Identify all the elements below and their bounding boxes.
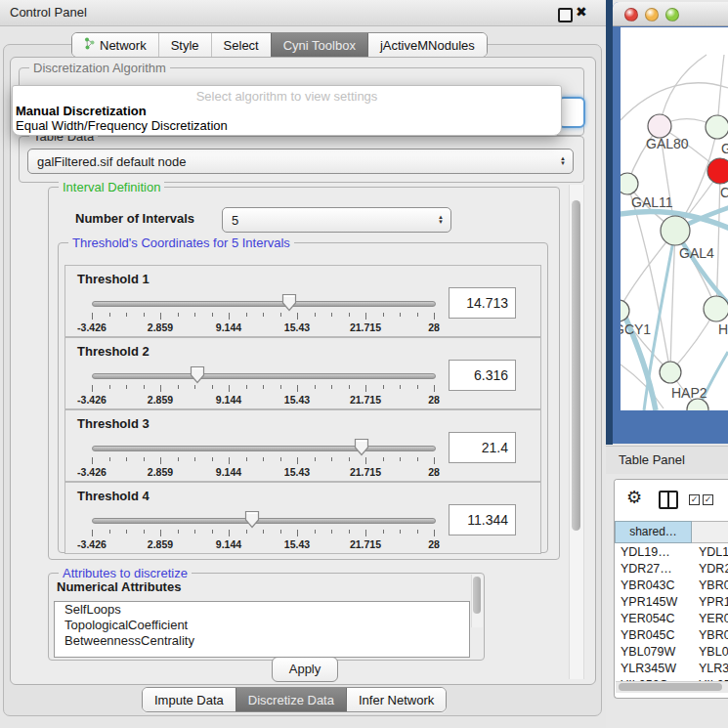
cell-name[interactable]: YPR145W	[692, 594, 728, 611]
cell-name[interactable]: YBR045C	[692, 627, 728, 644]
cell-name[interactable]: YDL19	[692, 544, 728, 561]
tab-select[interactable]: Select	[211, 33, 271, 57]
cell-name[interactable]: YBR043C	[692, 578, 728, 594]
tab-impute-data[interactable]: Impute Data	[143, 688, 236, 711]
zoom-traffic-light[interactable]	[665, 8, 679, 21]
close-icon[interactable]: ✖	[576, 4, 587, 20]
network-edge	[660, 55, 707, 126]
algorithm-combo-focus-ring[interactable]	[558, 97, 585, 128]
cell-shared-name[interactable]: YER054C	[615, 611, 692, 627]
tick-mark	[365, 530, 366, 536]
table-row[interactable]: YDL19…YDL19	[615, 544, 728, 561]
slider-track[interactable]	[92, 518, 436, 524]
table-horizontal-scrollbar[interactable]	[616, 681, 728, 693]
content-scrollbar[interactable]	[569, 185, 584, 679]
minimize-traffic-light[interactable]	[645, 8, 659, 21]
tick-mark	[349, 385, 350, 389]
threshold-slider[interactable]: -3.4262.8599.14415.4321.71528	[92, 299, 434, 328]
scrollbar-thumb[interactable]	[473, 577, 481, 614]
threshold-value-field[interactable]: 11.344	[449, 504, 516, 535]
attributes-scrollbar[interactable]	[471, 575, 483, 627]
algorithm-option-equal-width-frequency-discretization[interactable]: Equal Width/Frequency Discretization	[13, 118, 561, 133]
column-header-name[interactable]: name	[692, 521, 728, 543]
cell-shared-name[interactable]: YLR345W	[615, 661, 692, 677]
column-header-shared-name[interactable]: shared…	[615, 521, 692, 543]
cell-shared-name[interactable]: YDR27…	[615, 561, 692, 578]
slider-track[interactable]	[92, 301, 436, 307]
cell-name[interactable]: YER054C	[692, 611, 728, 627]
cell-shared-name[interactable]: YBR045C	[615, 627, 692, 644]
table-row[interactable]: YDR27…YDR27	[615, 561, 728, 578]
tick-mark	[160, 385, 161, 392]
threshold-value-field[interactable]: 21.4	[449, 432, 516, 463]
table-row[interactable]: YBR045CYBR045C	[615, 627, 728, 644]
attribute-item-selfloops[interactable]: SelfLoops	[55, 602, 469, 618]
thresholds-group: Threshold's Coordinates for 5 Intervals …	[58, 242, 548, 553]
right-column: GAL80GACGAL11GAL4GCY1HHAP2 Table Panel ⚙…	[606, 0, 728, 728]
cell-shared-name[interactable]: YBL079W	[615, 644, 692, 661]
attribute-item-topologicalcoefficient[interactable]: TopologicalCoefficient	[55, 618, 469, 633]
tab-style[interactable]: Style	[158, 33, 211, 57]
tab-infer-network[interactable]: Infer Network	[346, 688, 446, 711]
threshold-value-field[interactable]: 14.713	[449, 287, 516, 319]
table-data-combo[interactable]: galFiltered.sif default node ▲▼	[27, 149, 574, 174]
tab-label: Cyni Toolbox	[283, 38, 356, 53]
checkbox-icon[interactable]: ✓	[689, 494, 700, 505]
network-node-gal4[interactable]	[661, 216, 690, 245]
number-of-intervals-combo[interactable]: 5 ▲▼	[222, 207, 451, 233]
tick-mark	[178, 385, 179, 389]
network-node-hap2[interactable]	[660, 362, 681, 383]
table-row[interactable]: YER054CYER054C	[615, 611, 728, 627]
slider-thumb[interactable]	[354, 438, 369, 456]
tick-mark	[331, 385, 332, 389]
table-row[interactable]: YPR145WYPR145W	[615, 594, 728, 611]
table-row[interactable]: YBR043CYBR043C	[615, 578, 728, 594]
cell-name[interactable]: YBL079W	[692, 644, 728, 661]
apply-button[interactable]: Apply	[272, 657, 338, 682]
cell-name[interactable]: YLR345W	[692, 661, 728, 677]
threshold-slider[interactable]: -3.4262.8599.14415.4321.71528	[92, 371, 434, 401]
network-node-gal80[interactable]	[648, 114, 671, 138]
table-row[interactable]: YLR345WYLR345W	[615, 661, 728, 677]
threshold-panel-1: Threshold 1-3.4262.8599.14415.4321.71528…	[64, 265, 541, 337]
tab-cyni-toolbox[interactable]: Cyni Toolbox	[271, 33, 367, 57]
slider-thumb[interactable]	[281, 293, 297, 312]
tick-label: 9.144	[216, 538, 241, 550]
tab-label: Network	[100, 38, 147, 53]
split-view-icon[interactable]	[659, 491, 678, 509]
float-window-icon[interactable]	[558, 8, 573, 22]
attribute-item-betweennesscentrality[interactable]: BetweennessCentrality	[55, 633, 469, 649]
slider-track[interactable]	[92, 373, 436, 379]
tick-mark	[434, 530, 435, 536]
cell-shared-name[interactable]: YDL19…	[615, 544, 692, 561]
network-node-gal11[interactable]	[621, 173, 638, 194]
numerical-attributes-list[interactable]: SelfLoopsTopologicalCoefficientBetweenne…	[54, 601, 470, 658]
threshold-slider[interactable]: -3.4262.8599.14415.4321.71528	[92, 516, 434, 545]
algorithm-option-manual-discretization[interactable]: Manual Discretization	[13, 104, 561, 118]
threshold-value-field[interactable]: 6.316	[449, 360, 516, 391]
gear-icon[interactable]: ⚙	[626, 488, 642, 507]
table-row[interactable]: YBL079WYBL079W	[615, 644, 728, 661]
slider-track[interactable]	[92, 446, 436, 451]
network-node[interactable]	[707, 158, 728, 184]
panel-title: Control Panel	[10, 5, 87, 20]
network-node[interactable]	[706, 115, 728, 139]
tick-mark	[263, 313, 264, 317]
close-traffic-light[interactable]	[624, 8, 638, 21]
cell-shared-name[interactable]: YPR145W	[615, 594, 692, 611]
tick-mark	[246, 385, 247, 389]
slider-thumb[interactable]	[244, 510, 260, 529]
cell-name[interactable]: YDR27	[692, 561, 728, 578]
cell-shared-name[interactable]: YBR043C	[615, 578, 692, 594]
tab-discretize-data[interactable]: Discretize Data	[236, 688, 346, 711]
checkbox-icon[interactable]: ✓	[703, 494, 713, 505]
tab-network[interactable]: Network	[72, 33, 158, 57]
slider-thumb[interactable]	[190, 365, 205, 384]
threshold-slider[interactable]: -3.4262.8599.14415.4321.71528	[92, 444, 434, 473]
tab-jactivemnodules[interactable]: jActiveMNodules	[367, 33, 487, 57]
network-node-h[interactable]	[704, 296, 728, 321]
scrollbar-thumb[interactable]	[619, 683, 722, 691]
tick-label: -3.426	[77, 394, 107, 406]
scrollbar-thumb[interactable]	[572, 200, 580, 531]
network-canvas[interactable]: GAL80GACGAL11GAL4GCY1HHAP2	[621, 27, 728, 410]
